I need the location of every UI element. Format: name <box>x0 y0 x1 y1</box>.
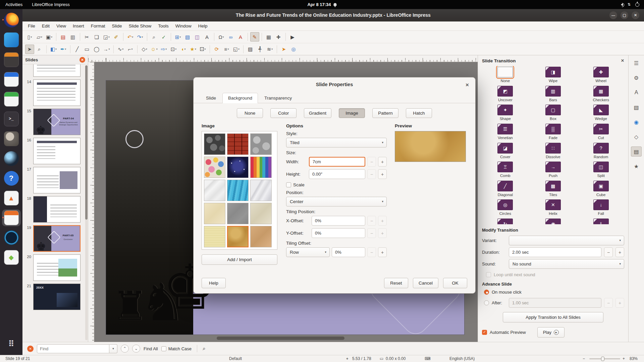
slide-thumbnail-row[interactable]: 18 <box>25 196 88 223</box>
rectangle-tool[interactable]: ▭ <box>83 45 92 54</box>
apply-transition-all-slides-button[interactable]: Apply Transition to All Slides <box>503 312 603 322</box>
font-color-button[interactable]: A <box>236 32 245 42</box>
height-input[interactable] <box>309 169 365 179</box>
copy-button[interactable]: ❏ <box>92 32 101 42</box>
transition-push[interactable]: → Push <box>529 162 577 178</box>
menu-item[interactable]: Insert <box>69 22 88 30</box>
maximize-button[interactable]: ▢ <box>621 11 628 19</box>
zoom-in-button[interactable]: + <box>623 356 625 361</box>
select-tool[interactable]: ➤ <box>25 45 34 54</box>
crop-button[interactable]: ╃ <box>256 45 265 54</box>
dock-vlc[interactable]: ▲ <box>2 190 21 206</box>
help-button[interactable]: Help <box>202 278 226 288</box>
transition-iris[interactable]: ◉ Iris <box>529 219 577 224</box>
transition-none[interactable]: None <box>481 67 529 83</box>
master-slides-deck-icon[interactable]: ▤ <box>631 146 642 157</box>
flowchart-tool[interactable]: ⊡ ▾ <box>169 45 178 54</box>
dock-app-grid[interactable]: ⠿ <box>2 336 21 352</box>
transition-diagonal[interactable]: ╱ Diagonal <box>481 181 529 197</box>
dock-vscode[interactable] <box>2 32 21 48</box>
brick-texture[interactable] <box>227 133 249 155</box>
transition-fade[interactable]: ▒ Fade <box>529 124 577 140</box>
volume-icon[interactable] <box>620 3 623 6</box>
dock-steam[interactable] <box>2 150 21 167</box>
transition-box[interactable]: ▢ Box <box>529 105 577 121</box>
tiling-offset-input[interactable] <box>332 247 365 257</box>
slide-thumbnail[interactable] <box>33 196 80 223</box>
fill-hatch-button[interactable]: Hatch <box>406 108 432 118</box>
rainbow-stripes-texture[interactable] <box>250 157 272 178</box>
parchment-texture[interactable] <box>250 203 272 224</box>
save-button[interactable]: ▣ ▾ <box>45 32 54 42</box>
slide-thumbnail-row[interactable]: 14 <box>25 79 88 106</box>
slide-thumbnail[interactable] <box>33 79 80 106</box>
zoom-out-button[interactable]: − <box>583 356 585 361</box>
sidebar-settings-icon[interactable]: ☰ <box>631 58 642 68</box>
menu-item[interactable]: Slide <box>109 22 125 30</box>
curves-polygons-tool[interactable]: ∿ ▾ <box>116 45 125 54</box>
night-sky-texture[interactable] <box>227 157 249 178</box>
transition-panel-close-icon[interactable]: ✕ <box>621 58 624 63</box>
scale-checkbox[interactable] <box>286 182 291 187</box>
transition-checkers[interactable]: ▦ Checkers <box>577 86 625 102</box>
clock[interactable]: Apr 8 17:34 <box>307 2 331 7</box>
slide-thumbnail[interactable]: PART-05 Conclusion <box>33 225 80 252</box>
transition-turn-around[interactable]: ↻ Turn Around <box>481 219 529 224</box>
find-previous-button[interactable]: ⌃ <box>121 345 129 353</box>
dialog-titlebar[interactable]: Slide Properties ✕ <box>194 77 475 92</box>
tab-background[interactable]: Background <box>222 93 258 103</box>
basic-shapes-tool[interactable]: ◇ ▾ <box>140 45 149 54</box>
transition-wheel[interactable]: ✚ Wheel <box>577 67 625 83</box>
water-texture[interactable] <box>227 180 249 201</box>
properties-deck-icon[interactable]: ⚙ <box>631 73 642 83</box>
dialog-close-icon[interactable]: ✕ <box>464 81 471 88</box>
dock-files[interactable] <box>2 51 21 68</box>
line-color-button[interactable]: ✒ ▾ <box>59 45 68 54</box>
tab-slide[interactable]: Slide <box>200 93 222 103</box>
cut-button[interactable]: ✂ <box>83 32 92 42</box>
insert-chart-button[interactable]: ◫ <box>193 32 202 42</box>
transition-cover[interactable]: ◪ Cover <box>481 143 529 159</box>
close-button[interactable]: ✕ <box>632 11 639 19</box>
menu-item[interactable]: Edit <box>39 22 53 30</box>
zoom-percent[interactable]: 83% <box>630 356 638 361</box>
power-icon[interactable] <box>635 3 639 7</box>
menu-item[interactable]: View <box>53 22 69 30</box>
print-button[interactable]: ▥ <box>68 32 77 42</box>
variant-dropdown[interactable]: ▾ <box>509 236 624 245</box>
duration-input[interactable]: 2.00 sec <box>509 247 601 257</box>
arrange-button[interactable]: ◱ ▾ <box>232 45 241 54</box>
slide-thumbnail-row[interactable]: 19 PART-05 Conclusion <box>25 225 88 252</box>
transition-venetian[interactable]: ☰ Venetian <box>481 124 529 140</box>
insert-line-tool[interactable]: ╱ <box>73 45 82 54</box>
tiling-offset-increase-button[interactable]: + <box>378 247 387 257</box>
transition-dissolve[interactable]: ∷ Dissolve <box>529 143 577 159</box>
activities-button[interactable]: Activities <box>5 2 22 7</box>
crumpled-paper-texture[interactable] <box>204 180 225 201</box>
find-all-button[interactable]: Find All <box>144 346 158 351</box>
dock-calc[interactable] <box>2 91 21 108</box>
insert-text-box-button[interactable]: A <box>203 32 212 42</box>
find-replace-button[interactable]: ⌕ <box>150 32 159 42</box>
transition-uncover[interactable]: ◩ Uncover <box>481 86 529 102</box>
callouts-tool[interactable]: ◖ ▾ <box>179 45 188 54</box>
ok-button[interactable]: OK <box>443 278 467 288</box>
horizontal-scrollbar-thumb[interactable] <box>217 337 344 340</box>
floral-texture[interactable] <box>204 157 225 178</box>
insert-table-button[interactable]: ⊞ ▾ <box>173 32 182 42</box>
dock-firefox[interactable] <box>2 12 21 28</box>
dock-impress[interactable] <box>2 209 21 226</box>
width-decrease-button[interactable]: − <box>367 157 376 167</box>
show-draw-functions-button[interactable]: ✎ <box>250 32 259 42</box>
transition-turn-down[interactable]: ⇓ Turn Down <box>577 219 625 224</box>
add-import-button[interactable]: Add / Import <box>202 254 277 265</box>
slide-thumbnail-row[interactable]: 20 <box>25 254 88 281</box>
minimize-button[interactable]: — <box>609 11 617 19</box>
find-close-icon[interactable]: ✕ <box>27 346 34 352</box>
zoom-pan-tool[interactable]: ⌕ <box>35 45 44 54</box>
transition-cut[interactable]: ✂ Cut <box>577 124 625 140</box>
slide-thumbnail[interactable]: PART-04 Market Dynamics and Strategic Op… <box>33 109 80 135</box>
layout-name[interactable]: Default <box>229 356 242 361</box>
y-offset-increase-button[interactable]: + <box>378 228 387 238</box>
dock-writer[interactable] <box>2 71 21 88</box>
